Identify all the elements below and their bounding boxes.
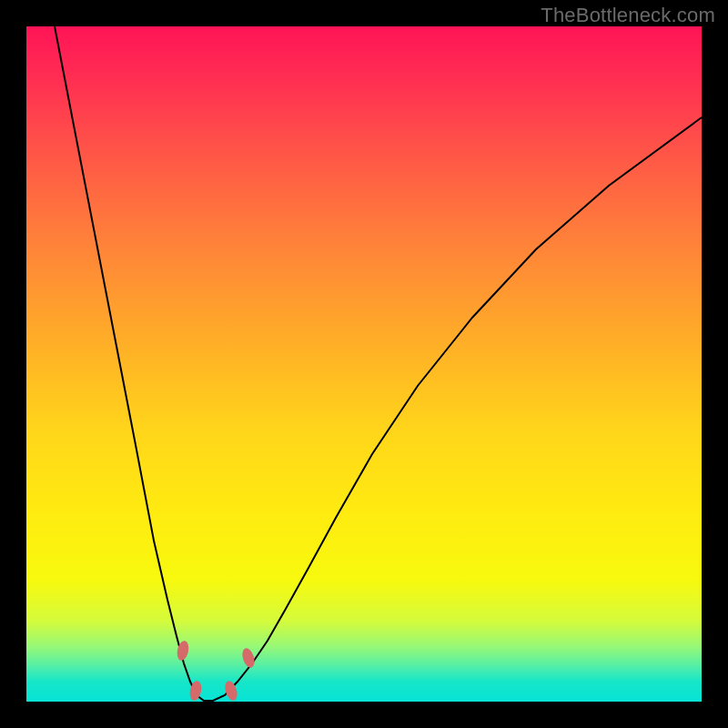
watermark-text: TheBottleneck.com [541, 4, 715, 27]
curve-svg [26, 26, 702, 702]
right-upper-bead [240, 647, 257, 670]
plot-area [26, 26, 702, 702]
chart-frame: TheBottleneck.com [0, 0, 728, 728]
bottleneck-curve [55, 26, 702, 701]
